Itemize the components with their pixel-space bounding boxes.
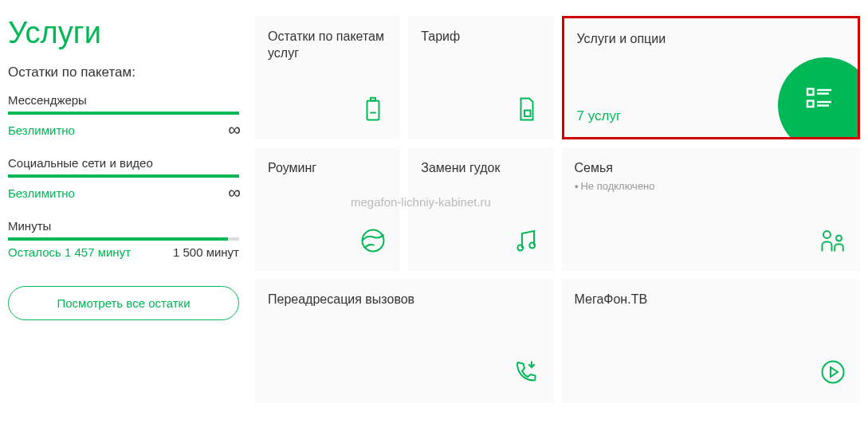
globe-icon <box>359 226 387 258</box>
card-forwarding[interactable]: Переадресация вызовов <box>255 279 554 402</box>
card-tariff[interactable]: Тариф <box>408 16 553 139</box>
music-icon <box>513 226 541 258</box>
card-value: 7 услуг <box>577 108 622 124</box>
sim-icon <box>513 95 541 127</box>
card-grid: Остатки по пакетам услуг Тариф Услуги и … <box>255 16 860 402</box>
people-icon <box>819 226 847 258</box>
usage-label: Минуты <box>8 219 239 233</box>
card-ringtone[interactable]: Замени гудок <box>408 147 553 271</box>
infinity-icon: ∞ <box>228 182 239 203</box>
usage-item-messengers: Мессенджеры Безлимитно ∞ <box>8 93 239 140</box>
card-services-options[interactable]: Услуги и опции 7 услуг <box>562 16 861 139</box>
card-title: Семья <box>575 160 848 177</box>
services-circle <box>778 57 860 139</box>
usage-item-minutes: Минуты Осталось 1 457 минут 1 500 минут <box>8 219 239 259</box>
card-roaming[interactable]: Роуминг <box>255 147 400 271</box>
svg-rect-1 <box>371 98 375 101</box>
card-title: Услуги и опции <box>577 31 846 48</box>
usage-value: Осталось 1 457 минут <box>8 245 131 259</box>
card-title: Переадресация вызовов <box>268 292 541 308</box>
play-icon <box>819 358 847 390</box>
usage-item-social: Социальные сети и видео Безлимитно ∞ <box>8 156 239 203</box>
svg-point-14 <box>836 236 842 241</box>
card-family[interactable]: Семья Не подключено <box>562 147 861 271</box>
list-grid-icon <box>805 85 834 114</box>
svg-rect-0 <box>367 101 379 120</box>
card-subtitle: Не подключено <box>575 180 848 192</box>
view-all-button[interactable]: Посмотреть все остатки <box>8 286 239 320</box>
svg-rect-4 <box>807 89 814 96</box>
usage-total: 1 500 минут <box>173 245 239 259</box>
svg-rect-3 <box>524 111 531 117</box>
svg-rect-5 <box>807 101 814 108</box>
page-title: Услуги <box>8 16 239 50</box>
usage-value: Безлимитно <box>8 123 75 137</box>
usage-label: Мессенджеры <box>8 93 239 107</box>
card-packages[interactable]: Остатки по пакетам услуг <box>255 16 400 139</box>
battery-icon <box>359 95 387 127</box>
svg-point-10 <box>363 230 384 252</box>
svg-point-15 <box>823 362 844 383</box>
card-title: Роуминг <box>268 160 387 177</box>
card-title: Остатки по пакетам услуг <box>268 29 387 62</box>
card-title: МегаФон.ТВ <box>575 292 848 308</box>
phone-forward-icon <box>513 358 541 390</box>
card-title: Замени гудок <box>421 160 540 177</box>
usage-label: Социальные сети и видео <box>8 156 239 170</box>
card-title: Тариф <box>421 29 540 45</box>
card-tv[interactable]: МегаФон.ТВ <box>562 279 861 402</box>
infinity-icon: ∞ <box>228 120 239 140</box>
sidebar-subtitle: Остатки по пакетам: <box>8 65 239 80</box>
usage-value: Безлимитно <box>8 186 75 200</box>
svg-point-13 <box>823 231 831 238</box>
sidebar: Услуги Остатки по пакетам: Мессенджеры Б… <box>8 16 239 402</box>
